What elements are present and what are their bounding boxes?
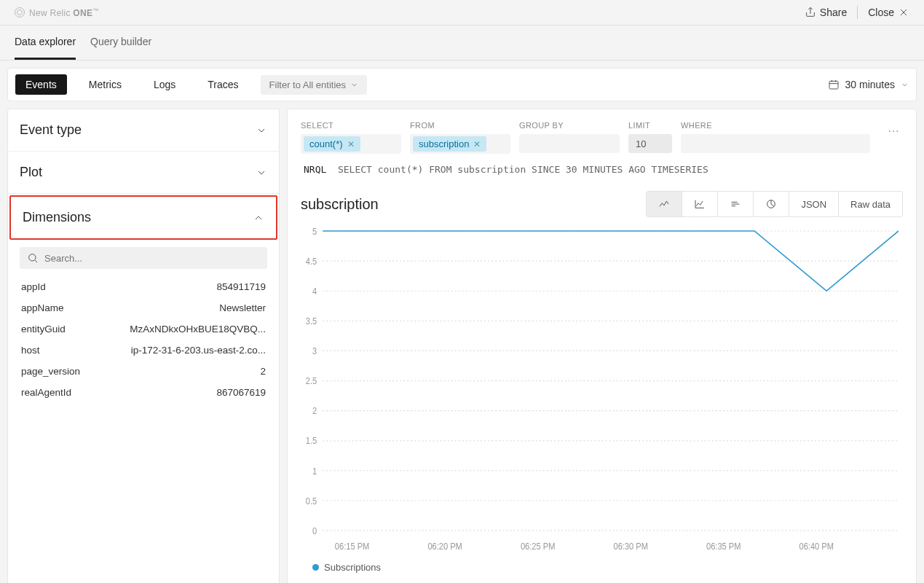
chip-count[interactable]: count(*)✕ xyxy=(304,136,360,152)
dimension-key: page_version xyxy=(21,366,80,377)
view-bar-chart[interactable] xyxy=(718,192,754,216)
section-dimensions: Dimensions appId854911719appNameNewslett… xyxy=(8,194,279,415)
limit-label: LIMIT xyxy=(628,121,672,130)
pill-logs[interactable]: Logs xyxy=(143,74,186,95)
dimension-key: entityGuid xyxy=(21,324,66,334)
pie-chart-icon xyxy=(765,198,777,210)
svg-text:3: 3 xyxy=(312,345,317,356)
dimensions-search-input[interactable] xyxy=(44,253,260,264)
svg-text:06:15 PM: 06:15 PM xyxy=(335,541,369,552)
close-icon xyxy=(898,7,909,18)
section-event-type: Event type xyxy=(8,109,279,152)
chevron-down-icon xyxy=(901,81,909,89)
share-icon xyxy=(805,7,816,18)
dimensions-highlight: Dimensions xyxy=(9,195,277,240)
chart-view-toggles: JSON Raw data xyxy=(646,191,903,217)
select-label: SELECT xyxy=(301,121,401,130)
search-icon xyxy=(27,252,39,264)
section-header-event-type[interactable]: Event type xyxy=(8,109,279,151)
dimension-value: MzAxNDkxOHxBUE18QVBQ... xyxy=(130,324,266,334)
divider xyxy=(857,6,858,19)
chart-canvas: 54.543.532.521.510.5006:15 PM06:20 PM06:… xyxy=(301,226,903,556)
svg-text:06:40 PM: 06:40 PM xyxy=(799,541,834,552)
dimension-row[interactable]: entityGuidMzAxNDkxOHxBUE18QVBQ... xyxy=(17,318,270,340)
share-button[interactable]: Share xyxy=(805,7,847,18)
svg-text:1.5: 1.5 xyxy=(306,436,317,447)
time-picker[interactable]: 30 minutes xyxy=(828,79,909,90)
dimension-key: appName xyxy=(21,302,64,313)
dimension-value: Newsletter xyxy=(219,302,266,313)
pill-traces[interactable]: Traces xyxy=(197,74,248,95)
nrql-display: NRQL SELECT count(*) FROM subscription S… xyxy=(301,154,903,179)
dimension-row[interactable]: realAgentId867067619 xyxy=(17,382,270,403)
calendar-icon xyxy=(828,79,840,90)
chevron-down-icon xyxy=(256,167,267,179)
svg-rect-0 xyxy=(829,81,838,89)
dimension-value: 2 xyxy=(260,366,266,377)
entity-filter-dropdown[interactable]: Filter to All entities xyxy=(261,75,368,95)
main-panel: SELECT count(*)✕ FROM subscription✕ GROU… xyxy=(287,109,917,583)
chip-remove-icon[interactable]: ✕ xyxy=(473,139,481,149)
section-plot: Plot xyxy=(8,152,279,194)
groupby-label: GROUP BY xyxy=(519,121,620,130)
brand: New Relic ONE™ xyxy=(15,7,99,18)
where-input[interactable] xyxy=(681,134,870,153)
chip-remove-icon[interactable]: ✕ xyxy=(347,139,355,149)
svg-text:4: 4 xyxy=(312,286,317,297)
section-header-dimensions[interactable]: Dimensions xyxy=(11,197,276,238)
svg-text:06:20 PM: 06:20 PM xyxy=(427,541,462,552)
dimension-row[interactable]: appId854911719 xyxy=(17,276,270,297)
tab-query-builder[interactable]: Query builder xyxy=(90,26,151,60)
view-area-chart[interactable] xyxy=(682,192,718,216)
logo-icon xyxy=(15,7,25,17)
from-label: FROM xyxy=(410,121,510,130)
pill-events[interactable]: Events xyxy=(15,74,67,95)
dimension-row[interactable]: hostip-172-31-6-203.us-east-2.co... xyxy=(17,340,270,361)
chevron-down-icon xyxy=(256,125,267,136)
select-input[interactable]: count(*)✕ xyxy=(301,134,401,154)
where-label: WHERE xyxy=(681,121,870,130)
svg-text:2: 2 xyxy=(312,406,317,417)
dimension-row[interactable]: appNameNewsletter xyxy=(17,297,270,318)
bar-chart-icon xyxy=(730,198,741,210)
dimensions-search[interactable] xyxy=(20,247,267,269)
area-chart-icon xyxy=(694,198,706,210)
svg-text:2.5: 2.5 xyxy=(306,375,317,386)
view-json[interactable]: JSON xyxy=(789,192,839,216)
dimension-key: host xyxy=(21,345,40,356)
svg-text:1: 1 xyxy=(312,466,317,477)
svg-text:4.5: 4.5 xyxy=(306,256,317,267)
sidebar: Event type Plot Dimensions xyxy=(7,109,280,583)
dimension-key: appId xyxy=(21,281,46,292)
pill-metrics[interactable]: Metrics xyxy=(79,74,132,95)
tab-data-explorer[interactable]: Data explorer xyxy=(15,26,76,60)
toolbar: Events Metrics Logs Traces Filter to All… xyxy=(7,68,917,101)
limit-input[interactable]: 10 xyxy=(628,134,672,153)
line-chart-icon xyxy=(658,198,670,210)
from-input[interactable]: subscription✕ xyxy=(410,134,510,154)
chart-legend: Subscriptions xyxy=(301,556,903,573)
dimension-row[interactable]: page_version2 xyxy=(17,361,270,382)
more-options-button[interactable]: ⋯ xyxy=(885,121,903,141)
chevron-down-icon xyxy=(350,81,358,89)
svg-text:5: 5 xyxy=(312,226,317,237)
svg-text:06:25 PM: 06:25 PM xyxy=(521,541,555,552)
topbar: New Relic ONE™ Share Close xyxy=(0,0,924,26)
dimension-value: 867067619 xyxy=(216,387,266,398)
section-header-plot[interactable]: Plot xyxy=(8,152,279,193)
svg-text:0: 0 xyxy=(312,525,317,536)
chip-subscription[interactable]: subscription✕ xyxy=(413,136,486,152)
dimension-key: realAgentId xyxy=(21,387,71,398)
brand-text: New Relic ONE™ xyxy=(29,7,99,18)
svg-text:06:35 PM: 06:35 PM xyxy=(706,541,741,552)
dimension-value: 854911719 xyxy=(216,281,266,292)
query-builder-row: SELECT count(*)✕ FROM subscription✕ GROU… xyxy=(301,121,903,154)
legend-label: Subscriptions xyxy=(324,562,381,573)
groupby-input[interactable] xyxy=(519,134,620,153)
close-button[interactable]: Close xyxy=(868,7,909,18)
view-pie-chart[interactable] xyxy=(754,192,789,216)
view-raw-data[interactable]: Raw data xyxy=(839,192,902,216)
chevron-up-icon xyxy=(253,212,264,224)
nav-tabs: Data explorer Query builder xyxy=(0,26,924,60)
view-line-chart[interactable] xyxy=(647,192,682,216)
